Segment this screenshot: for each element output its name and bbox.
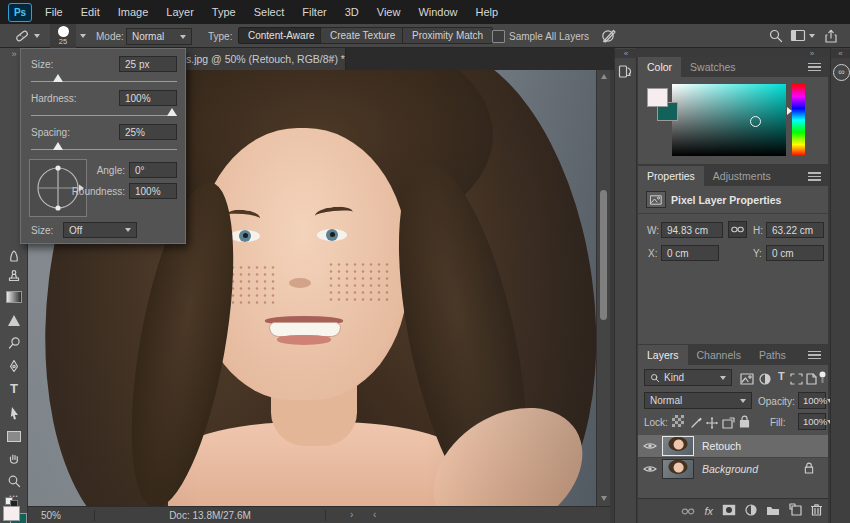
menu-item-3d[interactable]: 3D <box>336 0 368 24</box>
tab-properties[interactable]: Properties <box>638 166 704 186</box>
blur-tool[interactable] <box>0 311 28 329</box>
dodge-tool[interactable] <box>0 334 28 352</box>
h-input[interactable]: 63.22 cm <box>766 222 824 238</box>
scroll-down-arrow-icon[interactable] <box>601 496 607 501</box>
foreground-color-swatch[interactable] <box>3 506 20 521</box>
spacing-slider-thumb[interactable] <box>53 142 63 150</box>
type-tool[interactable]: T <box>0 380 28 398</box>
workspace-caret-icon[interactable] <box>809 34 815 38</box>
history-panel-icon[interactable] <box>618 64 634 84</box>
new-layer-icon[interactable] <box>789 502 802 520</box>
share-icon[interactable] <box>823 28 839 48</box>
menu-item-window[interactable]: Window <box>409 0 466 24</box>
tab-channels[interactable]: Channels <box>688 345 750 365</box>
w-input[interactable]: 94.83 cm <box>661 222 723 238</box>
link-layers-icon[interactable] <box>681 502 695 520</box>
layer-row-background[interactable]: Background <box>638 457 828 479</box>
tab-paths[interactable]: Paths <box>750 345 795 365</box>
layer-name[interactable]: Retouch <box>702 440 741 452</box>
menu-item-help[interactable]: Help <box>467 0 508 24</box>
vertical-scrollbar[interactable] <box>596 70 610 506</box>
lock-position-icon[interactable] <box>706 415 718 433</box>
rectangle-tool[interactable] <box>0 427 28 445</box>
dock-collapse-icon[interactable]: « <box>615 49 637 58</box>
hardness-input[interactable]: 100% <box>119 90 177 106</box>
menu-item-filter[interactable]: Filter <box>293 0 335 24</box>
tab-color[interactable]: Color <box>638 57 681 77</box>
brush-preset-picker[interactable]: 25 <box>50 24 76 48</box>
hscroll-left-arrow-icon[interactable]: ‹ <box>373 510 376 519</box>
size-input[interactable]: 25 px <box>119 56 177 72</box>
add-mask-icon[interactable] <box>722 502 736 520</box>
lock-transparency-icon[interactable] <box>672 415 684 427</box>
pen-size-dropdown[interactable]: Off <box>63 222 137 238</box>
saturation-box[interactable] <box>672 84 786 156</box>
spacing-input[interactable]: 25% <box>119 124 177 140</box>
color-foreground-swatch[interactable] <box>647 88 668 107</box>
delete-layer-icon[interactable] <box>811 502 822 520</box>
swap-colors-icon[interactable] <box>5 497 23 506</box>
sample-all-layers-checkbox[interactable] <box>492 30 505 43</box>
layer-name[interactable]: Background <box>702 463 804 475</box>
filter-adjustment-icon[interactable] <box>759 371 771 389</box>
angle-input[interactable]: 0° <box>129 162 177 178</box>
y-input[interactable]: 0 cm <box>766 245 824 261</box>
lock-artboard-icon[interactable] <box>722 415 735 433</box>
search-icon[interactable] <box>768 28 784 48</box>
size-slider-thumb[interactable] <box>53 74 63 82</box>
menu-item-select[interactable]: Select <box>245 0 294 24</box>
history-brush-tool[interactable] <box>0 247 28 265</box>
filter-type-icon[interactable]: T <box>778 370 785 382</box>
roundness-input[interactable]: 100% <box>129 183 177 199</box>
filter-smart-object-icon[interactable] <box>806 371 817 389</box>
layer-thumbnail[interactable] <box>662 436 694 456</box>
menu-item-view[interactable]: View <box>368 0 410 24</box>
hardness-slider-thumb[interactable] <box>167 108 177 116</box>
path-selection-tool[interactable] <box>0 404 28 422</box>
brush-picker-caret-icon[interactable] <box>80 34 86 38</box>
tab-swatches[interactable]: Swatches <box>681 57 745 77</box>
link-dimensions-button[interactable] <box>728 221 747 238</box>
spot-healing-brush-icon[interactable] <box>12 27 30 49</box>
type-button-proximity-match[interactable]: Proximity Match <box>402 27 493 44</box>
menu-item-layer[interactable]: Layer <box>157 0 203 24</box>
x-input[interactable]: 0 cm <box>661 245 719 261</box>
color-panel-menu-icon[interactable] <box>808 63 821 72</box>
zoom-level[interactable]: 50% <box>41 510 61 521</box>
workspace-icon[interactable] <box>790 29 806 47</box>
layer-row-retouch[interactable]: Retouch <box>638 435 828 457</box>
pressure-size-icon[interactable] <box>600 27 618 49</box>
creative-cloud-icon[interactable]: ∞ <box>833 64 850 81</box>
tab-adjustments[interactable]: Adjustments <box>704 166 780 186</box>
hand-tool[interactable] <box>0 450 28 468</box>
tool-preset-caret-icon[interactable] <box>34 34 40 38</box>
hue-slider[interactable] <box>792 84 805 156</box>
type-button-content-aware[interactable]: Content-Aware <box>238 27 325 44</box>
menu-item-type[interactable]: Type <box>203 0 245 24</box>
mode-dropdown[interactable]: Normal <box>126 28 192 45</box>
filter-shape-icon[interactable] <box>790 371 803 389</box>
clone-stamp-tool[interactable] <box>0 266 28 284</box>
doc-size-info[interactable]: Doc: 13.8M/27.6M <box>94 510 326 521</box>
opacity-dropdown[interactable]: 100% <box>798 392 826 409</box>
layer-thumbnail[interactable] <box>662 459 694 479</box>
layers-panel-menu-icon[interactable] <box>808 351 821 360</box>
menu-item-image[interactable]: Image <box>109 0 158 24</box>
visibility-eye-icon[interactable] <box>638 441 662 451</box>
right-strip-collapse-icon[interactable]: « <box>831 49 850 58</box>
gradient-tool[interactable] <box>0 288 28 306</box>
type-button-create-texture[interactable]: Create Texture <box>320 27 405 44</box>
filter-toggle-pin-icon[interactable] <box>819 370 826 388</box>
lock-all-icon[interactable] <box>739 414 750 432</box>
tab-layers[interactable]: Layers <box>638 345 688 365</box>
ps-logo[interactable]: Ps <box>8 3 32 22</box>
layer-filter-kind-dropdown[interactable]: Kind <box>644 369 732 386</box>
adjustment-layer-icon[interactable] <box>745 502 757 520</box>
lock-paint-icon[interactable] <box>690 415 702 433</box>
hardness-slider[interactable] <box>31 115 177 116</box>
blend-mode-dropdown[interactable]: Normal <box>644 392 752 409</box>
filter-pixel-icon[interactable] <box>740 371 754 389</box>
pen-tool[interactable] <box>0 357 28 375</box>
properties-panel-menu-icon[interactable] <box>808 172 821 181</box>
fill-dropdown[interactable]: 100% <box>798 413 826 430</box>
